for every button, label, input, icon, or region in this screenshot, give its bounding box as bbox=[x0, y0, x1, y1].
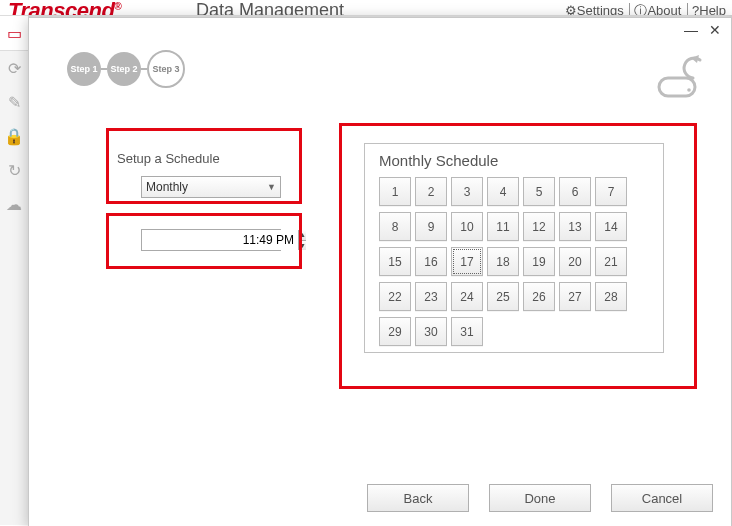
rail-backup-icon[interactable]: ▭ bbox=[0, 15, 28, 51]
schedule-modal: — ✕ Step 1 Step 2 Step 3 Setup a Schedul… bbox=[28, 17, 732, 526]
rail-refresh-icon[interactable]: ↻ bbox=[0, 153, 28, 187]
time-spinner: ▲ ▼ bbox=[298, 230, 306, 250]
brand-text: Transcend bbox=[8, 0, 114, 16]
day-button-30[interactable]: 30 bbox=[415, 317, 447, 346]
day-grid: 1234567891011121314151617181920212223242… bbox=[379, 177, 649, 346]
day-button-1[interactable]: 1 bbox=[379, 177, 411, 206]
drive-icon bbox=[655, 54, 711, 104]
day-button-17[interactable]: 17 bbox=[451, 247, 483, 276]
step-1: Step 1 bbox=[67, 52, 101, 86]
day-button-9[interactable]: 9 bbox=[415, 212, 447, 241]
step-2: Step 2 bbox=[107, 52, 141, 86]
day-button-27[interactable]: 27 bbox=[559, 282, 591, 311]
brand-reg: ® bbox=[114, 1, 121, 12]
time-down-button[interactable]: ▼ bbox=[298, 241, 306, 251]
day-button-22[interactable]: 22 bbox=[379, 282, 411, 311]
close-button[interactable]: ✕ bbox=[705, 22, 725, 38]
done-button[interactable]: Done bbox=[489, 484, 591, 512]
schedule-label: Setup a Schedule bbox=[117, 151, 220, 166]
step-indicator: Step 1 Step 2 Step 3 bbox=[67, 50, 185, 88]
minimize-button[interactable]: — bbox=[681, 22, 701, 38]
time-up-button[interactable]: ▲ bbox=[298, 230, 306, 241]
day-button-12[interactable]: 12 bbox=[523, 212, 555, 241]
day-button-18[interactable]: 18 bbox=[487, 247, 519, 276]
day-button-11[interactable]: 11 bbox=[487, 212, 519, 241]
day-button-10[interactable]: 10 bbox=[451, 212, 483, 241]
day-button-21[interactable]: 21 bbox=[595, 247, 627, 276]
day-button-26[interactable]: 26 bbox=[523, 282, 555, 311]
day-button-16[interactable]: 16 bbox=[415, 247, 447, 276]
app-header: Transcend® Data Management ⚙Settings ⓘAb… bbox=[0, 0, 732, 16]
left-rail: ▭ ⟳ ✎ 🔒 ↻ ☁ bbox=[0, 15, 28, 525]
day-button-2[interactable]: 2 bbox=[415, 177, 447, 206]
schedule-time-input[interactable] bbox=[142, 230, 298, 250]
day-button-28[interactable]: 28 bbox=[595, 282, 627, 311]
rail-sync-icon[interactable]: ⟳ bbox=[0, 51, 28, 85]
day-button-24[interactable]: 24 bbox=[451, 282, 483, 311]
rail-edit-icon[interactable]: ✎ bbox=[0, 85, 28, 119]
app-subtitle: Data Management bbox=[196, 0, 344, 16]
back-button[interactable]: Back bbox=[367, 484, 469, 512]
day-button-6[interactable]: 6 bbox=[559, 177, 591, 206]
day-button-29[interactable]: 29 bbox=[379, 317, 411, 346]
header-links: ⚙Settings ⓘAbout ?Help bbox=[559, 2, 726, 16]
day-button-25[interactable]: 25 bbox=[487, 282, 519, 311]
brand-logo: Transcend® bbox=[8, 0, 121, 16]
schedule-time-field[interactable]: ▲ ▼ bbox=[141, 229, 281, 251]
day-button-3[interactable]: 3 bbox=[451, 177, 483, 206]
rail-lock-icon[interactable]: 🔒 bbox=[0, 119, 28, 153]
step-3: Step 3 bbox=[147, 50, 185, 88]
day-button-5[interactable]: 5 bbox=[523, 177, 555, 206]
day-button-19[interactable]: 19 bbox=[523, 247, 555, 276]
modal-button-row: Back Done Cancel bbox=[29, 484, 731, 512]
rail-cloud-icon[interactable]: ☁ bbox=[0, 187, 28, 221]
day-button-13[interactable]: 13 bbox=[559, 212, 591, 241]
day-button-20[interactable]: 20 bbox=[559, 247, 591, 276]
day-button-15[interactable]: 15 bbox=[379, 247, 411, 276]
schedule-mode-select[interactable]: Monthly ▼ bbox=[141, 176, 281, 198]
day-button-8[interactable]: 8 bbox=[379, 212, 411, 241]
day-button-23[interactable]: 23 bbox=[415, 282, 447, 311]
svg-point-2 bbox=[687, 88, 691, 92]
svg-rect-1 bbox=[659, 78, 695, 96]
day-button-31[interactable]: 31 bbox=[451, 317, 483, 346]
day-button-4[interactable]: 4 bbox=[487, 177, 519, 206]
day-button-14[interactable]: 14 bbox=[595, 212, 627, 241]
svg-marker-0 bbox=[691, 55, 699, 63]
window-controls: — ✕ bbox=[681, 22, 725, 38]
day-button-7[interactable]: 7 bbox=[595, 177, 627, 206]
chevron-down-icon: ▼ bbox=[267, 182, 276, 192]
schedule-mode-value: Monthly bbox=[146, 180, 188, 194]
monthly-title: Monthly Schedule bbox=[379, 152, 649, 169]
monthly-schedule-panel: Monthly Schedule 12345678910111213141516… bbox=[364, 143, 664, 353]
cancel-button[interactable]: Cancel bbox=[611, 484, 713, 512]
